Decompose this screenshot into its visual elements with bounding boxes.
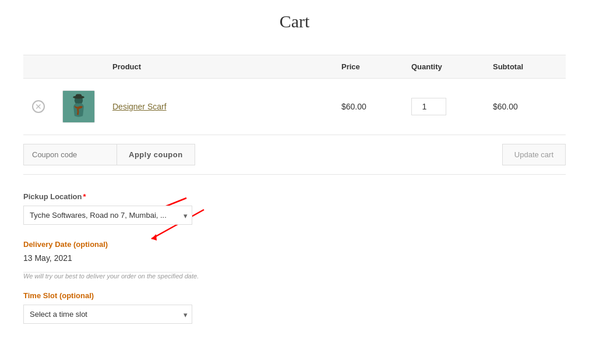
coupon-area: Apply coupon (23, 144, 195, 165)
col-header-subtotal: Subtotal (484, 55, 566, 79)
svg-rect-3 (76, 94, 82, 98)
pickup-location-select[interactable]: Tyche Softwares, Road no 7, Mumbai, ... (23, 206, 192, 225)
quantity-input[interactable] (411, 98, 446, 115)
time-slot-select-wrapper: Select a time slot (23, 305, 192, 324)
delivery-date-label: Delivery Date (optional) (23, 240, 566, 249)
delivery-note: We will try our best to deliver your ord… (23, 273, 566, 280)
pickup-location-label: Pickup Location* (23, 192, 566, 201)
apply-coupon-button[interactable]: Apply coupon (117, 144, 195, 165)
time-slot-select[interactable]: Select a time slot (23, 305, 192, 324)
cart-table: Product Price Quantity Subtotal ✕ (23, 55, 566, 135)
remove-icon: ✕ (32, 100, 45, 113)
table-row: ✕ (23, 79, 566, 135)
delivery-date-value: 13 May, 2021 (23, 253, 192, 263)
update-cart-button[interactable]: Update cart (502, 144, 566, 165)
time-slot-label: Time Slot (optional) (23, 291, 566, 300)
pickup-delivery-section: Pickup Location* Tyche Softwares, Road n… (23, 192, 566, 335)
col-header-price: Price (333, 55, 403, 79)
page-title: Cart (23, 12, 566, 31)
product-thumbnail (62, 90, 95, 123)
col-header-remove (23, 55, 54, 79)
cart-actions: Apply coupon Update cart (23, 135, 566, 175)
required-mark: * (83, 192, 86, 201)
col-header-image (54, 55, 104, 79)
product-name-link[interactable]: Designer Scarf (112, 102, 167, 111)
remove-item-button[interactable]: ✕ (32, 100, 45, 113)
coupon-input[interactable] (23, 144, 117, 165)
col-header-product: Product (104, 55, 333, 79)
product-price: $60.00 (341, 102, 366, 111)
col-header-quantity: Quantity (403, 55, 484, 79)
product-subtotal: $60.00 (493, 102, 518, 111)
pickup-select-wrapper: Tyche Softwares, Road no 7, Mumbai, ... (23, 206, 192, 225)
